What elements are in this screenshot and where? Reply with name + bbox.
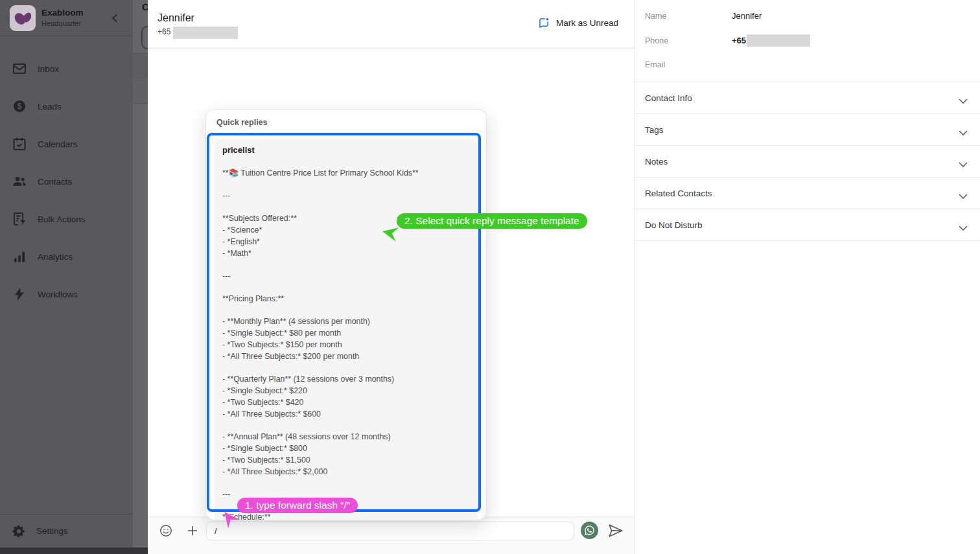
sidebar-header: Exabloom Headquarter: [0, 0, 133, 36]
message-input[interactable]: [206, 522, 574, 540]
annotation-step2-pill: 2. Select quick reply message template: [397, 213, 587, 229]
app-window: Exabloom Headquarter Inbox$LeadsCalendar…: [0, 0, 980, 554]
emoji-smiley-icon[interactable]: [159, 524, 173, 538]
conversation-row[interactable]: [133, 79, 148, 104]
section-label: Related Contacts: [645, 189, 712, 198]
contact-field-name: NameJennifer: [635, 5, 980, 30]
bulk-actions-icon: [12, 211, 27, 227]
flower-logo-icon: [10, 5, 36, 31]
chevron-down-icon: [959, 95, 968, 101]
sidebar-item-label: Contacts: [38, 177, 72, 187]
chevron-down-icon: [959, 222, 968, 228]
template-line: [222, 259, 470, 270]
contact-details-panel: NameJenniferPhone+65Email Contact InfoTa…: [634, 0, 980, 554]
sidebar-item-label: Analytics: [38, 252, 73, 262]
annotation-step1-pill: 1. type forward slash “/”: [237, 498, 358, 513]
exabloom-logo: [10, 5, 36, 31]
sidebar-item-leads[interactable]: $Leads: [0, 87, 133, 125]
template-line: [222, 478, 470, 489]
sidebar-item-analytics[interactable]: Analytics: [0, 238, 133, 275]
quick-reply-template-card[interactable]: pricelist **📚 Tuition Centre Price List …: [215, 139, 478, 520]
section-notes[interactable]: Notes: [635, 146, 980, 178]
conversation-list-sliver: C: [133, 0, 148, 554]
chat-header: Jennifer +65 Mark as Unread: [148, 0, 634, 49]
template-line: - *All Three Subjects:* $200 per month: [222, 351, 470, 362]
gear-icon: [12, 524, 26, 538]
section-label: Tags: [645, 125, 664, 135]
template-line: [222, 202, 470, 213]
template-line: - *All Three Subjects:* $2,000: [222, 466, 470, 478]
template-line: - *Single Subject:* $220: [222, 385, 470, 397]
template-line: - *Two Subjects:* $1,500: [222, 454, 470, 466]
sidebar-item-label: Workflows: [38, 290, 78, 299]
sidebar-item-contacts[interactable]: Contacts: [0, 163, 133, 200]
section-label: Do Not Disturb: [645, 220, 703, 230]
template-line: **📚 Tuition Centre Price List for Primar…: [222, 167, 470, 179]
field-value: +65: [732, 36, 746, 45]
analytics-bars-icon: [12, 249, 27, 264]
chevron-down-icon: [959, 127, 968, 133]
svg-text:$: $: [18, 102, 22, 111]
contacts-people-icon: [12, 174, 27, 189]
chat-contact-phone-prefix: +65: [158, 27, 170, 36]
inbox-mail-icon: [12, 61, 27, 76]
field-label: Name: [645, 12, 666, 21]
field-label: Phone: [645, 36, 668, 45]
annotation-step2-cursor-icon: [379, 222, 400, 243]
sidebar-item-label: Calendars: [38, 139, 78, 149]
template-line: - *Single Subject:* $800: [222, 443, 470, 454]
template-line: - *Math*: [222, 248, 470, 259]
contact-field-email: Email: [635, 54, 980, 78]
settings-label: Settings: [36, 526, 68, 536]
sidebar-item-settings[interactable]: Settings: [0, 514, 133, 548]
workflows-bolt-icon: [12, 286, 27, 302]
chevron-down-icon: [959, 159, 968, 165]
sidebar-item-inbox[interactable]: Inbox: [0, 50, 133, 87]
whatsapp-icon[interactable]: [581, 522, 598, 539]
template-body: **📚 Tuition Centre Price List for Primar…: [222, 156, 470, 520]
send-icon[interactable]: [607, 522, 624, 539]
contact-field-phone: Phone+65: [635, 30, 980, 54]
redaction-box: [747, 34, 810, 47]
org-name: Exabloom: [41, 8, 84, 17]
attach-plus-icon[interactable]: [185, 524, 200, 538]
contact-sections: Contact InfoTagsNotesRelated ContactsDo …: [635, 82, 980, 241]
template-line: - **Quarterly Plan** (12 sessions over 3…: [222, 373, 470, 385]
section-label: Notes: [645, 157, 668, 167]
sidebar-item-calendars[interactable]: Calendars: [0, 125, 133, 163]
org-subtitle: Headquarter: [41, 19, 81, 27]
sidebar-item-label: Bulk Actions: [38, 214, 86, 224]
sidebar-item-label: Leads: [38, 102, 62, 111]
chat-bubble-unread-icon: [538, 17, 550, 29]
calendar-icon: [12, 136, 27, 152]
template-line: - *Two Subjects:* $420: [222, 397, 470, 408]
mark-as-unread-button[interactable]: Mark as Unread: [538, 17, 618, 29]
section-contact-info[interactable]: Contact Info: [635, 82, 980, 114]
phone-redaction-box: [173, 27, 238, 39]
section-related-contacts[interactable]: Related Contacts: [635, 178, 980, 209]
mark-as-unread-label: Mark as Unread: [556, 18, 618, 28]
field-label: Email: [645, 60, 665, 69]
template-line: ---: [222, 190, 470, 202]
sidebar-item-workflows[interactable]: Workflows: [0, 275, 133, 313]
template-line: - *Single Subject:* $80 per month: [222, 327, 470, 339]
section-tags[interactable]: Tags: [635, 114, 980, 146]
sidebar-item-bulk-actions[interactable]: Bulk Actions: [0, 200, 133, 238]
conversation-row[interactable]: [133, 53, 148, 79]
template-line: [222, 362, 470, 373]
section-label: Contact Info: [645, 93, 692, 103]
template-line: [222, 420, 470, 431]
sidebar-item-label: Inbox: [38, 64, 59, 74]
quick-replies-title: Quick replies: [216, 118, 268, 127]
template-line: - **Monthly Plan** (4 sessions per month…: [222, 316, 470, 327]
chevron-down-icon: [959, 190, 968, 196]
template-name: pricelist: [222, 144, 470, 156]
template-line: - **Annual Plan** (48 sessions over 12 m…: [222, 431, 470, 443]
dimmed-footer-band: [0, 548, 148, 554]
template-line: [222, 179, 470, 190]
chat-contact-name: Jennifer: [158, 12, 194, 24]
quick-replies-popup: Quick replies pricelist **📚 Tuition Cent…: [205, 109, 487, 520]
template-line: [222, 305, 470, 316]
section-do-not-disturb[interactable]: Do Not Disturb: [635, 209, 980, 241]
sidebar-collapse-chevron-icon[interactable]: [110, 13, 121, 23]
